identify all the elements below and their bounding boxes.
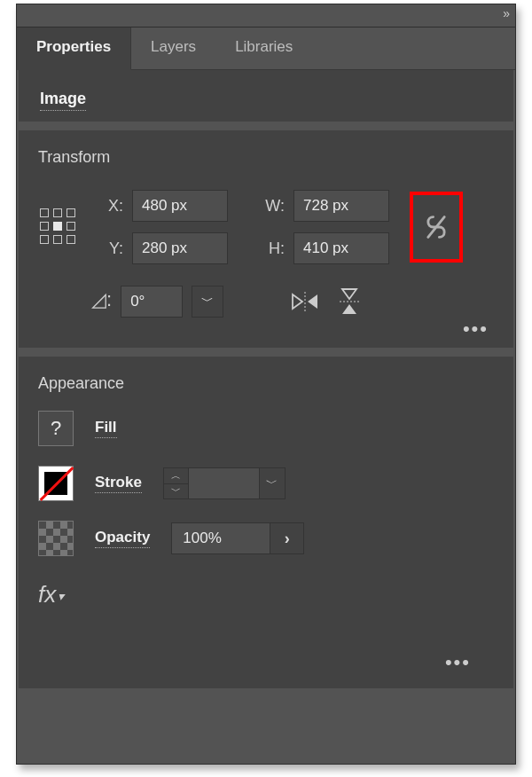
stroke-weight-dropdown[interactable]: ﹀ [260, 468, 285, 498]
transform-more-options[interactable]: ••• [463, 325, 489, 334]
chevron-down-icon: ﹀ [171, 484, 181, 498]
h-input[interactable] [293, 232, 389, 264]
chevron-down-icon: ﹀ [266, 475, 278, 491]
flip-vertical-icon [339, 288, 360, 315]
svg-marker-1 [293, 294, 302, 309]
rotation-input[interactable] [121, 286, 183, 318]
transform-title: Transform [38, 148, 494, 167]
fx-button[interactable]: fx▾ [38, 581, 494, 608]
rotation-dropdown[interactable]: ﹀ [192, 286, 223, 318]
w-label: W: [244, 197, 288, 216]
flip-horizontal-icon [292, 291, 318, 312]
rotation-icon: ◿: [91, 288, 112, 311]
h-label: H: [244, 239, 288, 258]
unlink-icon [424, 213, 449, 241]
svg-marker-4 [342, 289, 356, 299]
stroke-label[interactable]: Stroke [95, 474, 142, 493]
unknown-fill-icon: ? [51, 417, 61, 440]
opacity-dropdown[interactable]: › [270, 523, 303, 553]
flip-horizontal-button[interactable] [287, 286, 323, 318]
stroke-swatch[interactable] [38, 466, 74, 501]
chevron-right-icon: › [285, 530, 290, 548]
stroke-weight-stepper[interactable]: ︿ ﹀ ﹀ [163, 467, 286, 499]
opacity-swatch[interactable] [38, 521, 74, 556]
fill-label[interactable]: Fill [95, 419, 117, 438]
appearance-section: Appearance ? Fill Stroke ︿ ﹀ [19, 357, 513, 688]
y-input[interactable] [132, 232, 228, 264]
panel-tabs: Properties Layers Libraries [17, 27, 515, 70]
link-dimensions-button[interactable] [410, 192, 463, 263]
opacity-input[interactable] [172, 523, 270, 553]
transform-section: Transform X: W: Y: [19, 130, 513, 348]
chevron-up-icon: ︿ [171, 469, 181, 483]
svg-marker-3 [308, 294, 317, 309]
tab-layers[interactable]: Layers [131, 27, 215, 69]
appearance-more-options[interactable]: ••• [445, 651, 471, 674]
expand-panel-icon[interactable]: » [503, 6, 508, 20]
flip-vertical-button[interactable] [332, 286, 367, 318]
x-input[interactable] [132, 190, 228, 222]
fill-row: ? Fill [38, 411, 494, 446]
appearance-title: Appearance [38, 374, 494, 393]
stroke-row: Stroke ︿ ﹀ ﹀ [38, 466, 494, 501]
tab-libraries[interactable]: Libraries [215, 27, 312, 69]
reference-point-icon [40, 208, 77, 246]
selection-type-label[interactable]: Image [40, 90, 86, 111]
properties-panel: » Properties Layers Libraries Image Tran… [16, 4, 516, 765]
x-label: X: [97, 197, 127, 216]
stroke-weight-value[interactable] [189, 468, 260, 498]
selection-type-heading: Image [19, 70, 513, 122]
stroke-weight-decrease[interactable]: ﹀ [164, 484, 188, 499]
chevron-down-icon: ﹀ [201, 294, 214, 310]
y-label: Y: [97, 239, 127, 258]
fx-label: fx [38, 581, 56, 608]
fill-swatch[interactable]: ? [38, 411, 74, 446]
opacity-row: Opacity › [38, 521, 494, 556]
svg-marker-6 [342, 304, 356, 314]
tab-properties[interactable]: Properties [17, 27, 131, 70]
fx-dot-icon: ▾ [58, 589, 64, 603]
reference-point-selector[interactable] [38, 207, 79, 247]
panel-topbar: » [17, 4, 515, 27]
opacity-label[interactable]: Opacity [95, 529, 150, 548]
w-input[interactable] [293, 190, 389, 222]
stroke-weight-increase[interactable]: ︿ [164, 468, 188, 484]
